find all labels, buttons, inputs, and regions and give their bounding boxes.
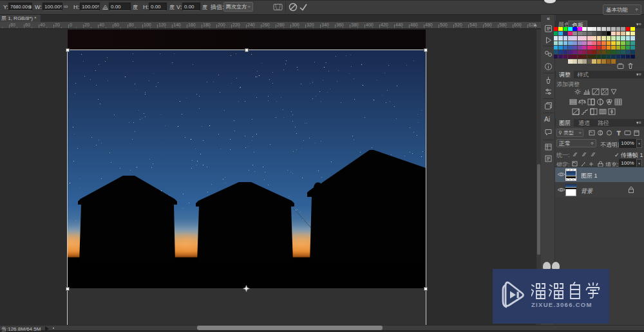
svg-text:T: T — [617, 130, 621, 136]
